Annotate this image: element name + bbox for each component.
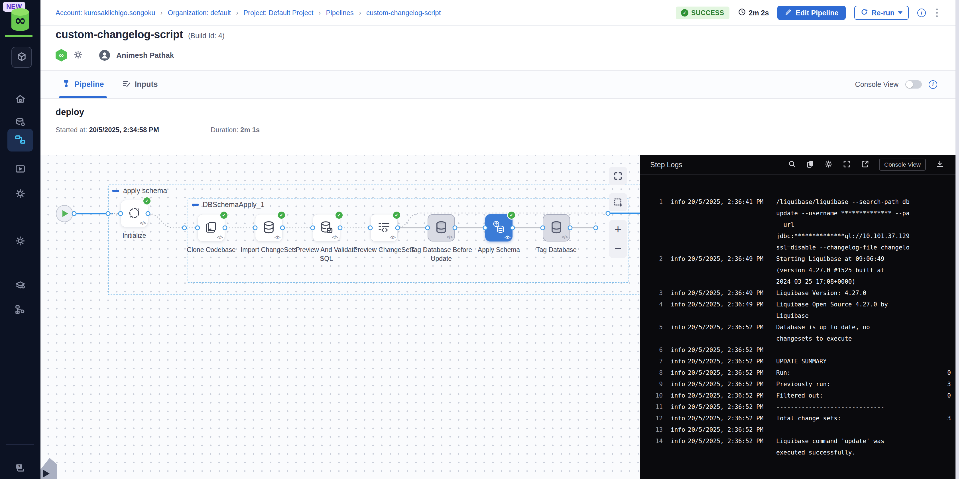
started-value: 20/5/2025, 2:34:58 PM bbox=[89, 126, 159, 133]
step-node-clone-codebase[interactable]: ✓ </> Clone Codebase bbox=[178, 214, 244, 254]
sidebar-item-module-switcher[interactable] bbox=[11, 47, 32, 68]
chevron-down-icon bbox=[898, 11, 902, 14]
zoom-out-button[interactable]: − bbox=[614, 243, 622, 255]
step-label: Initialize bbox=[122, 231, 146, 240]
gear-icon[interactable] bbox=[73, 50, 83, 61]
sidebar-item-home[interactable] bbox=[0, 93, 40, 106]
connector-port bbox=[593, 225, 598, 230]
code-badge: </> bbox=[390, 235, 395, 240]
sidebar-item-databases[interactable] bbox=[0, 116, 40, 130]
step-label: Apply Schema bbox=[478, 246, 520, 254]
sidebar-item-help[interactable]: ? bbox=[0, 462, 40, 475]
log-lines[interactable]: 1info20/5/2025, 2:36:41 PM/liquibase/liq… bbox=[640, 175, 956, 479]
stepgroup-name: DBSchemaApply_1 bbox=[203, 200, 264, 209]
step-node-import-changesets[interactable]: ✓ </> Import ChangeSets bbox=[236, 214, 302, 254]
edit-pipeline-button[interactable]: Edit Pipeline bbox=[777, 6, 846, 20]
initialize-icon bbox=[127, 206, 142, 221]
step-node-preview-and-validate-sql[interactable]: ✓ </> Preview And Validate SQL bbox=[294, 214, 359, 263]
sidebar-item-db-schemas[interactable] bbox=[0, 279, 40, 292]
sidebar-item-project-settings[interactable] bbox=[0, 235, 40, 248]
connector-port bbox=[118, 211, 123, 216]
log-line: (version 4.27.0 #1525 built at bbox=[640, 265, 956, 276]
step-node-initialize[interactable]: ✓ </> Initialize bbox=[102, 200, 167, 240]
step-label: Import ChangeSets bbox=[240, 246, 297, 254]
stage-summary: deploy Started at: 20/5/2025, 2:34:58 PM… bbox=[40, 98, 956, 155]
code-badge: </> bbox=[217, 235, 223, 240]
fullscreen-icon[interactable] bbox=[843, 160, 851, 170]
db-devops-logo[interactable]: ∞ bbox=[8, 7, 32, 32]
module-hexagon-icon: ∞ bbox=[56, 49, 67, 62]
step-node-tag-database[interactable]: </> Tag Database bbox=[523, 214, 589, 254]
pipeline-start-node[interactable] bbox=[56, 205, 73, 222]
status-badge: ✓ SUCCESS bbox=[676, 6, 729, 19]
marquee-select-button[interactable] bbox=[609, 193, 627, 211]
cube-icon bbox=[16, 52, 27, 63]
connector-port bbox=[606, 211, 611, 216]
scrollbar[interactable] bbox=[956, 0, 959, 479]
step-node-preview-changesets[interactable]: ✓ </> Preview ChangeSets bbox=[351, 214, 417, 254]
inputs-tab-icon bbox=[122, 79, 131, 90]
collapse-icon[interactable] bbox=[192, 204, 199, 206]
left-sidebar: NEW ∞ bbox=[0, 0, 40, 479]
app: NEW ∞ bbox=[0, 0, 980, 479]
fullscreen-button[interactable] bbox=[609, 167, 627, 185]
edit-pipeline-label: Edit Pipeline bbox=[795, 9, 838, 17]
info-icon[interactable]: i bbox=[929, 80, 937, 89]
log-line: 10info20/5/2025, 2:36:52 PMFiltered out:… bbox=[640, 390, 956, 401]
connector-port bbox=[510, 225, 515, 230]
collapse-icon[interactable] bbox=[112, 190, 119, 192]
pipeline-icon bbox=[15, 134, 25, 146]
pencil-icon bbox=[785, 8, 792, 17]
breadcrumb-current-pipeline[interactable]: custom-changelog-script bbox=[366, 9, 441, 17]
breadcrumb-project[interactable]: Project: Default Project bbox=[243, 9, 313, 17]
step-node-apply-schema[interactable]: ✓ </> Apply Schema bbox=[466, 214, 531, 254]
tab-pipeline[interactable]: Pipeline bbox=[62, 71, 104, 98]
changeset-list-icon bbox=[377, 220, 391, 236]
tab-inputs-label: Inputs bbox=[135, 80, 158, 89]
sidebar-item-pipeline-settings[interactable] bbox=[0, 188, 40, 201]
breadcrumb-pipelines[interactable]: Pipelines bbox=[326, 9, 353, 17]
zoom-in-button[interactable]: + bbox=[614, 224, 622, 236]
log-line: 8info20/5/2025, 2:36:52 PMRun:0 bbox=[640, 367, 956, 379]
breadcrumb-organization[interactable]: Organization: default bbox=[168, 9, 231, 17]
sidebar-item-db-instances[interactable] bbox=[0, 304, 40, 317]
rerun-label: Re-run bbox=[872, 9, 894, 17]
gear-icon[interactable] bbox=[824, 160, 833, 170]
connector-port bbox=[568, 225, 573, 230]
pipeline-tab-icon bbox=[62, 79, 70, 90]
search-icon[interactable] bbox=[788, 160, 796, 170]
gear-icon bbox=[15, 236, 25, 247]
tab-pipeline-label: Pipeline bbox=[75, 80, 104, 89]
connector-port bbox=[146, 211, 151, 216]
stage-started: Started at: 20/5/2025, 2:34:58 PM bbox=[56, 126, 159, 134]
sidebar-item-pipelines[interactable] bbox=[0, 133, 40, 147]
code-badge: </> bbox=[275, 235, 280, 240]
log-line: 2024-03-25 17:08+0000) bbox=[640, 276, 956, 287]
header-actions: ✓ SUCCESS 2m 2s Edit Pipeline Re-run bbox=[676, 0, 940, 25]
svg-text:?: ? bbox=[18, 465, 21, 469]
connector-port bbox=[425, 225, 430, 230]
connector-port bbox=[72, 211, 77, 216]
open-in-new-icon[interactable] bbox=[861, 160, 869, 170]
sidebar-item-executions[interactable] bbox=[0, 163, 40, 176]
pipeline-meta-row: ∞ Animesh Pathak bbox=[56, 48, 174, 62]
download-icon[interactable] bbox=[935, 160, 944, 170]
breadcrumb-account[interactable]: Account: kurosakiichigo.songoku bbox=[56, 9, 155, 17]
step-label: Preview And Validate SQL bbox=[294, 246, 359, 263]
rerun-button[interactable]: Re-run bbox=[854, 6, 909, 20]
step-node-tag-database-before-update[interactable]: </> Tag Database Before Update bbox=[409, 214, 474, 263]
console-view-button[interactable]: Console View bbox=[879, 159, 926, 171]
stage-group-label: apply schema bbox=[112, 187, 167, 195]
svg-text:∞: ∞ bbox=[14, 12, 26, 28]
pipeline-canvas[interactable]: apply schema DBSchemaApply_1 bbox=[40, 155, 640, 479]
more-options-menu[interactable] bbox=[934, 7, 940, 19]
copy-icon[interactable] bbox=[806, 160, 815, 170]
clock-icon bbox=[738, 8, 746, 17]
success-check-icon: ✓ bbox=[335, 211, 344, 220]
success-check-icon: ✓ bbox=[392, 211, 401, 220]
info-icon[interactable]: i bbox=[917, 8, 926, 17]
console-view-toggle[interactable] bbox=[905, 80, 922, 89]
duration-value: 2m 1s bbox=[240, 126, 260, 133]
tab-inputs[interactable]: Inputs bbox=[122, 71, 158, 98]
build-id: (Build Id: 4) bbox=[188, 32, 224, 40]
